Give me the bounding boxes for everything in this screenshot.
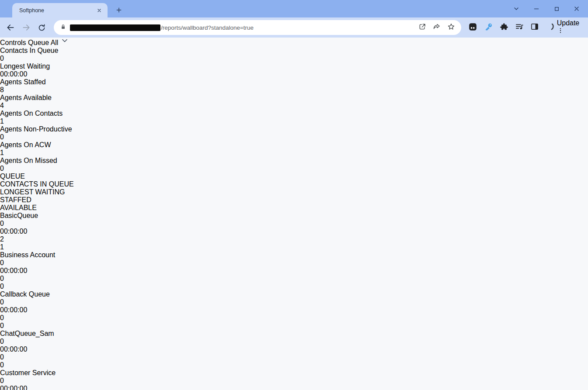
kpi-label: Agents On ACW [0,141,588,149]
tab-close-icon[interactable] [95,7,103,14]
column-header: CONTACTS IN QUEUE [0,180,588,188]
cell-queue: Customer Service [0,369,588,377]
cell-staffed: 0 [0,275,588,283]
table-row: BasicQueue 0 00:00:00 2 1 [0,212,588,251]
kpi-value: 4 [0,102,588,110]
media-controls-icon[interactable] [515,22,524,33]
kpi-label: Agents On Missed [0,157,588,165]
cell-queue: Business Account [0,251,588,259]
kpi-card: Agents On ACW 1 [0,141,588,157]
forward-icon[interactable] [20,21,32,34]
wallboard-page: Wallboard Last refreshed at 10:56:19 [0,0,588,390]
cell-contacts-in-queue: 0 [0,220,588,228]
table-row: Customer Service 0 00:00:00 0 0 [0,369,588,390]
controls-label: Controls [0,39,26,46]
browser-menu-kebab-icon[interactable] [557,28,564,35]
kpi-value: 8 [0,86,588,94]
maximize-icon[interactable] [552,4,561,13]
cell-available: 1 [0,243,588,251]
kpi-card: Contacts In Queue 0 [0,47,588,62]
kpi-card: Agents Staffed 8 [0,78,588,94]
cell-queue: BasicQueue [0,212,588,220]
kpi-card: Agents On Missed 0 [0,157,588,173]
address-bar-actions [418,23,455,32]
cell-staffed: 2 [0,235,588,243]
kpi-card: Agents Available 4 [0,94,588,110]
address-bar[interactable]: /reports/wallboard?standalone=true [54,20,461,35]
cell-contacts-in-queue: 0 [0,298,588,306]
window-controls [512,0,585,17]
close-window-icon[interactable] [572,4,581,13]
url-redaction-bar [70,24,160,31]
kpi-label: Contacts In Queue [0,47,588,55]
controls-collapse-chevron-icon[interactable] [60,39,69,46]
kpi-label: Longest Waiting [0,62,588,70]
kpi-label: Agents Available [0,94,588,102]
cell-queue: ChatQueue_Sam [0,330,588,338]
cell-longest-waiting: 00:00:00 [0,306,588,314]
kpi-value: 00:00:00 [0,70,588,78]
browser-tab[interactable]: Softphone [12,3,108,17]
dashboard-sheet: Wallboard Service Level Controls Queue A… [0,18,588,390]
tab-search-chevron-icon[interactable] [512,4,521,13]
kpi-value: 1 [0,117,588,125]
cell-longest-waiting: 00:00:00 [0,267,588,275]
cell-available: 0 [0,361,588,369]
queue-table-header: QUEUECONTACTS IN QUEUELONGEST WAITINGSTA… [0,173,588,212]
kpi-value: 0 [0,165,588,173]
kpi-card: Longest Waiting 00:00:00 [0,62,588,78]
bookmark-star-icon[interactable] [447,23,455,32]
extension-icons [468,22,557,33]
update-button[interactable]: Update [557,19,588,36]
update-button-label: Update [557,19,580,27]
column-header: AVAILABLE [0,204,588,212]
queue-table-body: BasicQueue 0 00:00:00 2 1 Business Accou… [0,212,588,390]
browser-titlebar: Softphone [0,0,588,17]
controls-bar: Controls Queue All [0,36,588,47]
cell-available: 0 [0,283,588,290]
share-icon[interactable] [433,23,441,32]
reload-icon[interactable] [35,21,48,34]
column-header: STAFFED [0,196,588,204]
lock-icon[interactable] [60,24,66,32]
browser-toolbar: /reports/wallboard?standalone=true [0,17,588,38]
queue-table-card: QUEUECONTACTS IN QUEUELONGEST WAITINGSTA… [0,173,588,390]
kpi-card: Agents Non-Productive 0 [0,125,588,141]
cell-longest-waiting: 00:00:00 [0,345,588,353]
table-row: ChatQueue_Sam 0 00:00:00 0 0 [0,330,588,369]
column-header: QUEUE [0,173,588,180]
kpi-label: Agents Non-Productive [0,125,588,133]
kpi-card: Agents On Contacts 1 [0,110,588,125]
puzzle-extensions-icon[interactable] [500,22,508,33]
kpi-label: Agents Staffed [0,78,588,86]
extension-dots-icon[interactable] [468,22,477,33]
queue-filter-label: Queue [28,39,49,46]
key-extension-icon[interactable] [484,22,493,33]
open-in-new-icon[interactable] [418,23,426,32]
kpi-grid: Contacts In Queue 0 Longest Waiting 00:0… [0,47,588,173]
cell-staffed: 0 [0,353,588,361]
column-header: LONGEST WAITING [0,188,588,196]
table-row: Callback Queue 0 00:00:00 0 0 [0,290,588,330]
cell-available: 0 [0,322,588,330]
side-panel-icon[interactable] [530,22,539,33]
cell-contacts-in-queue: 0 [0,338,588,345]
back-icon[interactable] [4,21,17,34]
minimize-icon[interactable] [532,4,541,13]
queue-filter-value[interactable]: All [51,39,59,46]
tab-title: Softphone [19,7,95,14]
browser-window: Softphone [0,0,588,390]
cell-longest-waiting: 00:00:00 [0,385,588,390]
kpi-value: 0 [0,55,588,62]
cell-staffed: 0 [0,314,588,322]
kpi-label: Agents On Contacts [0,110,588,117]
kpi-value: 1 [0,149,588,157]
url-path: /reports/wallboard?standalone=true [161,24,418,31]
table-row: Business Account 0 00:00:00 0 0 [0,251,588,290]
new-tab-button[interactable] [113,4,125,16]
profile-avatar[interactable] [546,22,557,33]
cell-contacts-in-queue: 0 [0,259,588,267]
cell-longest-waiting: 00:00:00 [0,228,588,235]
kpi-value: 0 [0,133,588,141]
cell-queue: Callback Queue [0,290,588,298]
